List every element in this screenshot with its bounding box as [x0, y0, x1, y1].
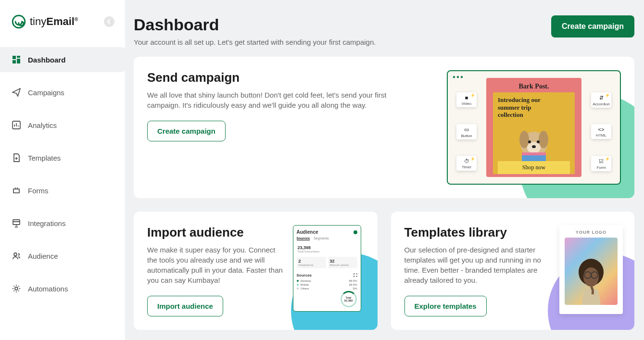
- dashboard-icon: [12, 55, 21, 64]
- svg-rect-18: [522, 152, 546, 155]
- page-header: Dashboard Your account is all set up. Le…: [134, 15, 634, 46]
- tool-chip-form: ⚡☑Form: [591, 156, 611, 171]
- sidebar-item-label: Analytics: [28, 121, 57, 129]
- tool-chip-html: <>HTML: [591, 124, 611, 139]
- preview-logo-text: YOUR LOGO: [559, 225, 623, 238]
- audience-preview: Audience SourcesSegments 23,398Total Sub…: [293, 225, 361, 312]
- sidebar-item-integrations[interactable]: Integrations: [0, 211, 125, 236]
- svg-rect-1: [13, 56, 16, 59]
- sidebar-header: tinyEmail®: [0, 0, 125, 43]
- send-icon: [12, 88, 21, 97]
- svg-rect-4: [13, 60, 16, 63]
- sidebar-item-label: Integrations: [28, 219, 65, 227]
- create-campaign-button[interactable]: Create campaign: [551, 15, 634, 38]
- sidebar-item-forms[interactable]: Forms: [0, 178, 125, 203]
- nav: Dashboard Campaigns Analytics Templates …: [0, 43, 125, 305]
- sidebar-item-campaigns[interactable]: Campaigns: [0, 80, 125, 105]
- sidebar-item-label: Audience: [28, 252, 58, 260]
- preview-headline: Introducing our summer trip collection: [498, 96, 551, 119]
- sidebar-item-label: Campaigns: [28, 88, 64, 97]
- audience-icon: [12, 251, 21, 261]
- sidebar-item-label: Forms: [28, 187, 49, 195]
- import-audience-card: Import audience We make it super easy fo…: [134, 212, 378, 330]
- card-description: We make it super easy for you. Connect t…: [147, 245, 287, 285]
- preview-cta: Shop now: [498, 161, 570, 174]
- sidebar-item-label: Automations: [28, 285, 68, 293]
- sidebar-item-label: Templates: [28, 154, 61, 162]
- svg-point-14: [528, 140, 531, 143]
- integrations-icon: [12, 218, 21, 228]
- card-description: We all love that shiny launch button! Do…: [147, 90, 407, 110]
- dog-illustration-icon: [512, 123, 556, 161]
- window-dots-icon: ●●●: [453, 74, 464, 79]
- svg-point-16: [532, 145, 536, 148]
- template-preview: YOUR LOGO: [559, 225, 623, 314]
- sidebar-item-automations[interactable]: Automations: [0, 276, 125, 301]
- svg-point-8: [14, 253, 17, 256]
- svg-rect-7: [13, 220, 20, 225]
- editor-preview: ●●● Bark Post. Introducing our summer tr…: [447, 70, 621, 185]
- import-audience-button[interactable]: Import audience: [147, 296, 223, 316]
- tool-chip-video: ⚡■Video: [456, 92, 477, 107]
- sidebar-item-analytics[interactable]: Analytics: [0, 113, 125, 138]
- svg-rect-6: [13, 189, 19, 193]
- forms-icon: [12, 186, 21, 195]
- collapse-sidebar-button[interactable]: [104, 16, 114, 27]
- preview-brand: Bark Post.: [493, 83, 575, 90]
- card-title: Send campaign: [147, 70, 417, 85]
- automations-icon: [12, 284, 21, 293]
- sidebar-item-audience[interactable]: Audience: [0, 243, 125, 268]
- page-title: Dashboard: [134, 15, 376, 34]
- person-illustration-icon: [569, 252, 613, 305]
- sidebar-item-dashboard[interactable]: Dashboard: [0, 47, 125, 72]
- send-campaign-card: Send campaign We all love that shiny lau…: [134, 57, 634, 198]
- templates-icon: [12, 153, 21, 163]
- svg-rect-2: [17, 56, 20, 58]
- sidebar-item-label: Dashboard: [28, 56, 65, 64]
- logo[interactable]: tinyEmail®: [11, 13, 78, 30]
- logo-text: tinyEmail®: [30, 15, 78, 28]
- svg-point-20: [583, 267, 599, 287]
- analytics-icon: [12, 120, 21, 130]
- svg-point-9: [15, 287, 18, 290]
- create-campaign-outline-button[interactable]: Create campaign: [147, 121, 226, 141]
- svg-point-15: [537, 140, 540, 143]
- tool-chip-button: ▭Button: [456, 124, 477, 139]
- card-description: Our selection of pre-designed and starte…: [404, 245, 544, 285]
- tool-chip-accordion: ⚡⇵Accordion: [591, 92, 611, 108]
- logo-icon: [11, 13, 27, 30]
- main: Dashboard Your account is all set up. Le…: [125, 0, 644, 340]
- explore-templates-button[interactable]: Explore templates: [404, 296, 487, 316]
- sidebar-item-templates[interactable]: Templates: [0, 145, 125, 170]
- svg-rect-3: [17, 59, 20, 63]
- sidebar: tinyEmail® Dashboard Campaigns Analytics…: [0, 0, 125, 340]
- page-subtitle: Your account is all set up. Let's get st…: [134, 38, 376, 46]
- templates-library-card: Templates library Our selection of pre-d…: [391, 212, 635, 330]
- tool-chip-timer: ⚡⏱Timer: [456, 156, 477, 171]
